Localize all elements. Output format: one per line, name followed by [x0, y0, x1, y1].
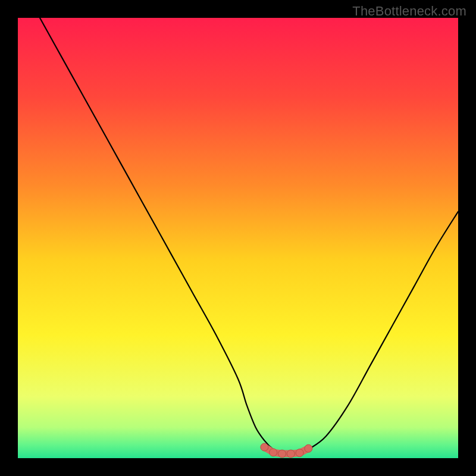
optimal-marker [296, 449, 303, 457]
optimal-marker [261, 443, 268, 451]
optimal-zone-markers [261, 443, 312, 458]
bottleneck-curve [40, 18, 458, 454]
optimal-marker [270, 449, 277, 456]
optimal-marker [287, 450, 295, 458]
optimal-marker [278, 450, 286, 458]
optimal-marker [305, 444, 312, 452]
plot-area [18, 18, 458, 458]
chart-frame: TheBottleneck.com [0, 0, 476, 476]
watermark-text: TheBottleneck.com [352, 4, 466, 19]
curve-layer [18, 18, 458, 458]
